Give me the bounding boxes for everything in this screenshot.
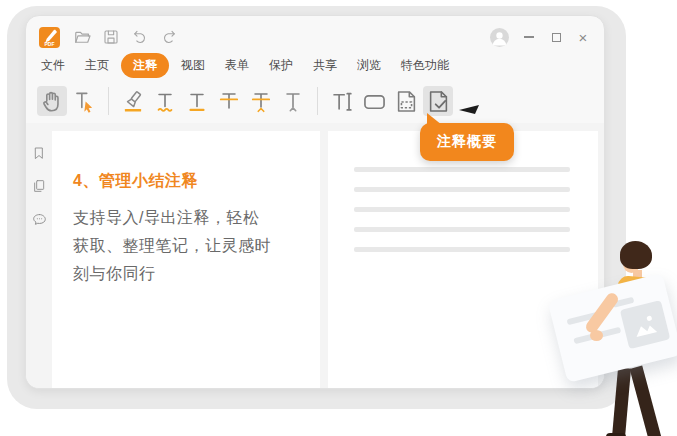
illustration-hair [620,241,652,269]
quick-actions [72,27,179,47]
skeleton-line [354,187,570,192]
illustration-card [548,273,677,383]
document-heading: 4、管理小结注释 [73,171,320,192]
minimize-button[interactable] [522,30,536,44]
screenshot-stage: PDF [0,0,677,436]
document-body-text: 支持导入/导出注释，轻松获取、整理笔记，让灵感时刻与你同行 [73,204,271,288]
content-area: 4、管理小结注释 支持导入/导出注释，轻松获取、整理笔记，让灵感时刻与你同行 [26,123,604,388]
toolbar [26,77,604,121]
underline-icon[interactable] [182,86,212,116]
replace-text-icon[interactable] [246,86,276,116]
skeleton-line [354,207,570,212]
illustration-leg [612,368,631,436]
pdf-app-window: PDF [25,15,605,389]
textbox-icon[interactable] [359,86,389,116]
illustration-leg [630,366,662,436]
skeleton-line [354,227,570,232]
app-logo-text: PDF [45,40,55,46]
typewriter-icon[interactable] [327,86,357,116]
select-text-icon[interactable] [69,86,99,116]
squiggly-underline-icon[interactable] [150,86,180,116]
toolbar-divider [108,87,109,115]
annotation-summary-icon[interactable] [423,86,453,116]
skeleton-line [354,247,570,252]
redo-icon[interactable] [159,27,179,47]
menu-item-features[interactable]: 特色功能 [391,53,459,78]
menu-item-browse[interactable]: 浏览 [347,53,391,78]
menu-item-form[interactable]: 表单 [215,53,259,78]
undo-icon[interactable] [130,27,150,47]
skeleton-line [354,167,570,172]
illustration-hand [590,330,603,341]
menu-item-view[interactable]: 视图 [171,53,215,78]
folder-open-icon[interactable] [72,27,92,47]
toolbar-divider [317,87,318,115]
note-stamp-icon[interactable] [391,86,421,116]
menu-item-share[interactable]: 共享 [303,53,347,78]
bookmark-icon[interactable] [31,145,47,161]
menu-item-protect[interactable]: 保护 [259,53,303,78]
insert-text-icon[interactable] [278,86,308,116]
image-placeholder-icon [620,300,670,349]
hand-tool-icon[interactable] [37,86,67,116]
menu-item-home[interactable]: 主页 [75,53,119,78]
annotation-summary-tooltip: 注释概要 [420,123,514,161]
menu-item-comment-active[interactable]: 注释 [121,53,169,78]
strikeout-icon[interactable] [214,86,244,116]
close-button[interactable]: × [576,30,590,44]
maximize-button[interactable] [549,30,563,44]
titlebar: PDF [26,16,604,50]
user-avatar-icon[interactable] [490,28,509,47]
pages-icon[interactable] [31,178,47,194]
app-logo-icon: PDF [39,27,60,48]
navigation-dock [26,123,52,388]
menu-item-file[interactable]: 文件 [31,53,75,78]
document-page-left: 4、管理小结注释 支持导入/导出注释，轻松获取、整理笔记，让灵感时刻与你同行 [52,131,320,388]
save-icon[interactable] [101,27,121,47]
menubar: 文件 主页 注释 视图 表单 保护 共享 浏览 特色功能 [26,50,604,77]
person-illustration [540,230,677,436]
comments-icon[interactable] [31,211,48,228]
window-controls: × [490,28,590,47]
highlight-icon[interactable] [118,86,148,116]
